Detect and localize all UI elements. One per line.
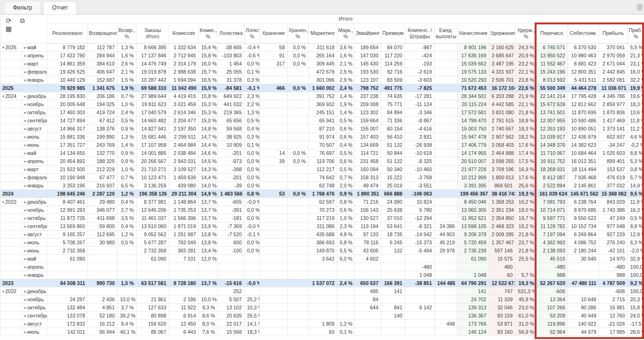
- month-toggle[interactable]: ▸август: [22, 230, 47, 239]
- cell: 2 038 484: [169, 149, 199, 157]
- month-toggle[interactable]: ▸апрель: [22, 157, 47, 165]
- column-header[interactable]: Логист., %: [245, 23, 260, 44]
- month-toggle[interactable]: ▸сентябрь: [22, 222, 47, 230]
- month-toggle[interactable]: ▸июнь: [22, 141, 47, 149]
- cell: -26 938: [405, 141, 435, 149]
- column-header[interactable]: Прибыль: [599, 23, 628, 44]
- column-header[interactable]: Логистика: [218, 23, 245, 44]
- cell: 18,9 %: [515, 117, 537, 125]
- month-toggle[interactable]: ▸июль: [22, 239, 47, 247]
- cell: 16 012 351: [568, 157, 599, 165]
- cell: 13,7 %: [199, 198, 218, 206]
- cell: [260, 141, 288, 149]
- cell: 123 302: [354, 109, 381, 117]
- month-toggle[interactable]: ▸январь: [22, 76, 47, 84]
- month-toggle[interactable]: ▸октябрь: [22, 214, 47, 222]
- cell: 0,0 %: [245, 165, 260, 174]
- column-header[interactable]: Хранение: [260, 23, 288, 44]
- month-toggle[interactable]: ▸март: [22, 60, 47, 68]
- cell: 25 055: [218, 68, 245, 76]
- month-toggle[interactable]: ▸декабрь: [22, 92, 47, 100]
- year-toggle[interactable]: ▾2024: [0, 92, 22, 100]
- cell: 18,3 %: [515, 125, 537, 133]
- month-toggle[interactable]: ▸май: [22, 149, 47, 157]
- month-toggle[interactable]: ▸август: [22, 125, 47, 133]
- month-toggle[interactable]: ▸июнь: [22, 247, 47, 255]
- cell: -17,5 %: [628, 320, 644, 328]
- month-toggle[interactable]: ▸октябрь: [22, 109, 47, 117]
- year-toggle[interactable]: ▾2023: [0, 198, 22, 206]
- column-header[interactable]: Компенс. / Штрафы: [405, 23, 435, 44]
- column-header[interactable]: Начисления: [458, 23, 489, 44]
- month-toggle[interactable]: ▸июль: [22, 133, 47, 141]
- expand-icon: ▸: [24, 110, 26, 115]
- cell: 100,0 %: [628, 263, 644, 271]
- month-toggle[interactable]: ▸февраль: [22, 68, 47, 76]
- column-header[interactable]: Реализовано: [47, 23, 88, 44]
- column-header[interactable]: Комис., %: [199, 23, 218, 44]
- month-toggle[interactable]: ▸ноябрь: [22, 100, 47, 109]
- column-header[interactable]: Маркетинг: [309, 23, 337, 44]
- export-table-icon[interactable]: ▦: [3, 25, 14, 33]
- month-toggle[interactable]: ▸апрель: [22, 52, 47, 60]
- refresh-icon[interactable]: ⟳: [3, 17, 14, 25]
- cell: [260, 125, 288, 133]
- column-header[interactable]: Приб., %: [628, 23, 644, 44]
- cell: [260, 279, 288, 287]
- column-header[interactable]: Себестоим.: [568, 23, 599, 44]
- month-toggle[interactable]: ▸февраль: [22, 174, 47, 182]
- column-header[interactable]: Возвр., %: [118, 23, 137, 44]
- month-toggle[interactable]: ▸май: [22, 44, 47, 52]
- month-toggle[interactable]: ▸май: [22, 255, 47, 263]
- column-header[interactable]: Удержания: [489, 23, 515, 44]
- tab-filter[interactable]: Фильтр: [4, 1, 41, 14]
- month-toggle[interactable]: ▸октябрь: [22, 304, 47, 312]
- month-toggle[interactable]: ▸декабрь: [22, 198, 47, 206]
- cell: 1,4 %: [337, 92, 354, 100]
- month-toggle[interactable]: ▸сентябрь: [22, 117, 47, 125]
- cell: 140: [381, 312, 405, 320]
- cell: 0,0 %: [288, 84, 309, 92]
- column-header[interactable]: Премиум: [381, 23, 405, 44]
- cell: [354, 263, 381, 271]
- month-toggle[interactable]: ▸март: [22, 165, 47, 174]
- column-header[interactable]: Марк., %: [337, 23, 354, 44]
- month-toggle[interactable]: ▸январь: [22, 271, 47, 279]
- tab-report[interactable]: Отчет: [43, 1, 77, 14]
- vertical-scrollbar-thumb[interactable]: [637, 3, 643, 11]
- cell: 17,4 %: [515, 149, 537, 157]
- cell: 112 217: [309, 165, 337, 174]
- year-toggle[interactable]: ▾2022: [0, 287, 22, 296]
- column-header[interactable]: Возвращено: [88, 23, 118, 44]
- month-toggle[interactable]: ▸декабрь: [22, 287, 47, 296]
- cell: [245, 271, 260, 279]
- month-toggle[interactable]: ▸январь: [22, 182, 47, 190]
- month-toggle[interactable]: ▸апрель: [22, 263, 47, 271]
- month-toggle[interactable]: ▸август: [22, 320, 47, 328]
- column-header[interactable]: Заказы Итого: [137, 23, 169, 44]
- month-toggle[interactable]: ▸сентябрь: [22, 312, 47, 320]
- month-toggle[interactable]: ▸ноябрь: [22, 296, 47, 304]
- column-header[interactable]: Перечисл.: [537, 23, 568, 44]
- column-header[interactable]: Хранен., %: [288, 23, 309, 44]
- cell: 4,6 %: [628, 133, 644, 141]
- cell: [337, 304, 354, 312]
- column-header[interactable]: Удерж., %: [515, 23, 537, 44]
- cell: 439 080: [169, 182, 199, 190]
- cell: 15,3 %: [199, 100, 218, 109]
- cell: [88, 255, 118, 263]
- cell: 17,5 %: [515, 157, 537, 165]
- month-toggle[interactable]: ▸июль: [22, 328, 47, 336]
- cell: 198 645 246: [47, 190, 88, 198]
- cell: 0,9 %: [337, 190, 354, 198]
- cell: 419 724: [88, 109, 118, 117]
- expand-icon: ▸: [24, 330, 26, 334]
- column-header[interactable]: Эквайринг: [354, 23, 381, 44]
- cell: 70 273: [309, 206, 337, 214]
- copy-icon[interactable]: ⧉: [17, 17, 28, 25]
- cell: 49 474: [354, 182, 381, 190]
- column-header[interactable]: Комиссия: [169, 23, 199, 44]
- year-toggle[interactable]: ▾2025: [0, 44, 22, 52]
- month-toggle[interactable]: ▸ноябрь: [22, 206, 47, 214]
- column-header[interactable]: Ежед. выплаты: [435, 23, 458, 44]
